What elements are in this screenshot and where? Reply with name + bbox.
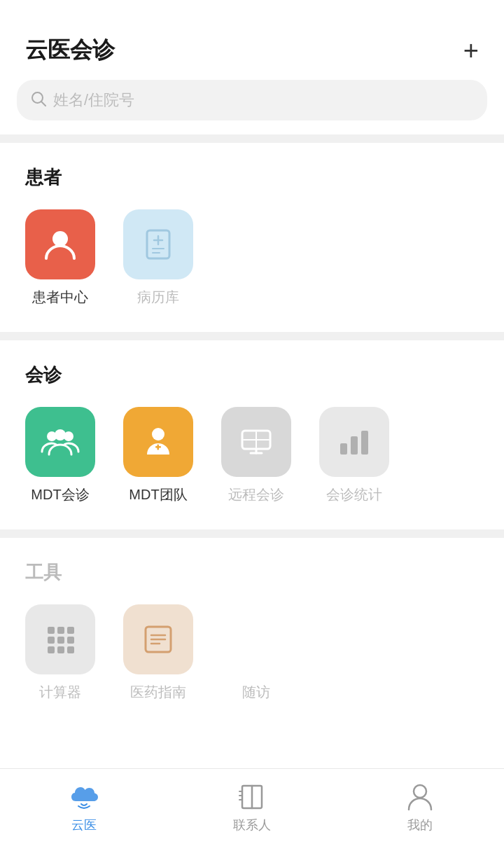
patients-section: 患者 患者中心 <box>0 143 504 332</box>
medical-guide-label: 医药指南 <box>130 683 186 702</box>
patient-center-item[interactable]: 患者中心 <box>25 209 95 307</box>
mdt-consultation-icon-box <box>25 407 95 477</box>
header: 云医会诊 + <box>0 0 504 80</box>
consultation-section-title: 会诊 <box>25 363 479 387</box>
patients-section-title: 患者 <box>25 165 479 190</box>
svg-rect-23 <box>57 627 64 634</box>
patient-center-label: 患者中心 <box>32 288 88 307</box>
svg-rect-27 <box>67 637 74 644</box>
svg-rect-28 <box>48 646 55 653</box>
divider-2 <box>0 332 504 340</box>
medical-records-item[interactable]: 病历库 <box>123 209 193 307</box>
svg-rect-26 <box>57 637 64 644</box>
nav-contacts[interactable]: 联系人 <box>210 780 294 833</box>
consultation-stats-icon-box <box>319 407 389 477</box>
tools-section-title: 工具 <box>25 560 479 585</box>
followup-label: 随访 <box>242 683 270 702</box>
search-input-placeholder: 姓名/住院号 <box>53 90 134 111</box>
svg-point-40 <box>414 785 426 798</box>
mine-icon <box>405 780 435 811</box>
consultation-grid: MDT会诊 MDT团队 <box>25 407 479 504</box>
svg-rect-24 <box>67 627 74 634</box>
followup-icon-box <box>221 604 291 674</box>
svg-rect-13 <box>158 445 160 450</box>
svg-point-10 <box>55 429 66 441</box>
consultation-section: 会诊 MDT会诊 <box>0 340 504 529</box>
patient-center-icon-box <box>25 209 95 279</box>
medical-guide-item[interactable]: 医药指南 <box>123 604 193 702</box>
remote-consultation-icon-box <box>221 407 291 477</box>
svg-line-1 <box>41 102 46 106</box>
nav-contacts-label: 联系人 <box>233 817 271 833</box>
app-container: 云医会诊 + 姓名/住院号 患者 <box>0 0 504 853</box>
svg-rect-21 <box>361 431 368 455</box>
nav-mine-label: 我的 <box>407 817 433 833</box>
contacts-icon <box>237 780 267 811</box>
nav-mine[interactable]: 我的 <box>378 780 462 833</box>
yunyi-icon <box>69 780 99 811</box>
search-icon <box>31 91 46 110</box>
consultation-stats-label: 会诊统计 <box>326 485 382 504</box>
consultation-stats-item[interactable]: 会诊统计 <box>319 407 389 504</box>
mdt-team-item[interactable]: MDT团队 <box>123 407 193 504</box>
svg-rect-29 <box>57 646 64 653</box>
patients-grid: 患者中心 病历库 <box>25 209 479 307</box>
calculator-label: 计算器 <box>39 683 81 702</box>
bottom-nav: 云医 联系人 我的 <box>0 768 504 853</box>
mdt-consultation-item[interactable]: MDT会诊 <box>25 407 95 504</box>
medical-guide-icon-box <box>123 604 193 674</box>
followup-item[interactable]: 随访 <box>221 604 291 702</box>
svg-rect-19 <box>340 443 347 455</box>
svg-point-11 <box>152 428 164 441</box>
search-bar-container: 姓名/住院号 <box>0 80 504 134</box>
mdt-team-label: MDT团队 <box>129 485 187 504</box>
mdt-team-icon-box <box>123 407 193 477</box>
medical-records-label: 病历库 <box>137 288 179 307</box>
divider-3 <box>0 529 504 538</box>
svg-rect-22 <box>48 627 55 634</box>
svg-rect-20 <box>351 436 358 455</box>
remote-consultation-item[interactable]: 远程会诊 <box>221 407 291 504</box>
search-bar[interactable]: 姓名/住院号 <box>17 80 487 120</box>
page-title: 云医会诊 <box>25 35 115 66</box>
svg-point-2 <box>52 231 68 247</box>
svg-rect-25 <box>48 637 55 644</box>
medical-records-icon-box <box>123 209 193 279</box>
remote-consultation-label: 远程会诊 <box>228 485 284 504</box>
tools-section: 工具 <box>0 538 504 727</box>
mdt-consultation-label: MDT会诊 <box>31 485 89 504</box>
tools-grid: 计算器 医药指南 随访 <box>25 604 479 702</box>
svg-rect-30 <box>67 646 74 653</box>
calculator-icon-box <box>25 604 95 674</box>
nav-yunyi-label: 云医 <box>71 817 97 833</box>
calculator-item[interactable]: 计算器 <box>25 604 95 702</box>
nav-yunyi[interactable]: 云医 <box>42 780 126 833</box>
add-button[interactable]: + <box>463 36 479 66</box>
divider-1 <box>0 134 504 143</box>
